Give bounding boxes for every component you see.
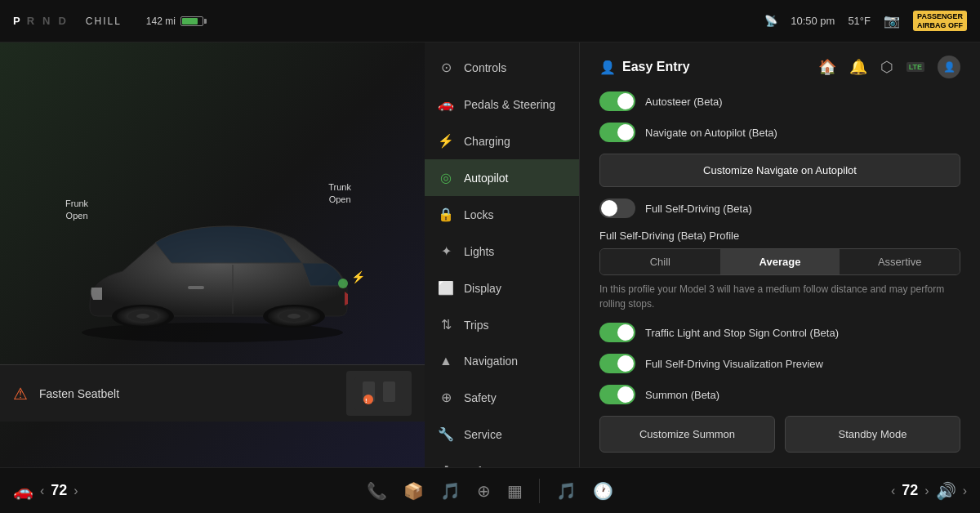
trips-icon: ⇅ — [438, 317, 454, 332]
nav-item-safety[interactable]: ⊕ Safety — [425, 379, 579, 416]
clock-icon[interactable]: 🕐 — [593, 481, 613, 501]
navigation-icon: ▲ — [438, 354, 454, 368]
fsd-visualization-row: Full Self-Driving Visualization Preview — [599, 354, 960, 373]
nav-item-locks[interactable]: 🔒 Locks — [425, 196, 579, 233]
safety-icon: ⊕ — [438, 390, 454, 405]
chill-badge: CHILL — [86, 16, 122, 27]
nav-item-charging[interactable]: ⚡ Charging — [425, 123, 579, 159]
svg-text:!: ! — [365, 397, 368, 404]
display-label: Display — [464, 282, 501, 295]
profile-section: Full Self-Driving (Beta) Profile Chill A… — [599, 230, 960, 311]
svg-point-10 — [338, 279, 348, 288]
profile-tabs: Chill Average Assertive — [599, 248, 960, 275]
car-home-icon[interactable]: 🚗 — [13, 481, 33, 501]
safety-label: Safety — [464, 391, 497, 404]
nav-item-navigation[interactable]: ▲ Navigation — [425, 343, 579, 379]
customize-navigate-button[interactable]: Customize Navigate on Autopilot — [599, 154, 960, 187]
bell-icon[interactable]: 🔔 — [849, 58, 867, 76]
locks-label: Locks — [464, 208, 494, 221]
nav-item-service[interactable]: 🔧 Service — [425, 416, 579, 453]
alert-warning-icon: ⚠ — [13, 384, 28, 404]
volume-icon[interactable]: 🔊 — [936, 481, 956, 501]
camera-icon[interactable]: 📷 — [884, 13, 900, 29]
svg-point-9 — [287, 314, 301, 319]
battery-icon — [180, 16, 203, 26]
profile-description: In this profile your Model 3 will have a… — [599, 282, 960, 311]
nav-item-controls[interactable]: ⊙ Controls — [425, 49, 579, 86]
svg-rect-13 — [354, 377, 403, 410]
charging-label: Charging — [464, 135, 510, 148]
customize-summon-button[interactable]: Customize Summon — [599, 416, 775, 453]
summon-row: Summon (Beta) — [599, 385, 960, 404]
nav-item-display[interactable]: ⬜ Display — [425, 270, 579, 306]
pedals-label: Pedals & Steering — [464, 98, 555, 111]
svg-rect-15 — [383, 381, 395, 402]
nav-item-software[interactable]: ⬇ Software — [425, 453, 579, 467]
gear-p[interactable]: P — [13, 15, 22, 27]
right-temp-up-arrow[interactable]: › — [924, 484, 929, 498]
seatbelt-alert-label: Fasten Seatbelt — [39, 387, 119, 400]
left-temp-down-arrow[interactable]: ‹ — [40, 484, 44, 498]
autopilot-icon: ◎ — [438, 170, 454, 185]
bluetooth-icon[interactable]: ⬡ — [880, 58, 893, 76]
lte-badge: LTE — [906, 62, 924, 72]
nav-item-pedals[interactable]: 🚗 Pedals & Steering — [425, 86, 579, 123]
nav-item-lights[interactable]: ✦ Lights — [425, 233, 579, 270]
nav-item-autopilot[interactable]: ◎ Autopilot — [425, 159, 579, 196]
fsd-visualization-label: Full Self-Driving Visualization Preview — [645, 358, 960, 370]
traffic-light-row: Traffic Light and Stop Sign Control (Bet… — [599, 323, 960, 342]
lights-icon: ✦ — [438, 243, 454, 259]
left-temp-up-arrow[interactable]: › — [74, 484, 78, 498]
traffic-light-toggle[interactable] — [599, 323, 635, 342]
controls-icon: ⊙ — [438, 60, 454, 75]
media-icon[interactable]: 🎵 — [440, 481, 461, 501]
car-svg: ⚡ — [57, 173, 368, 353]
content-header: 👤 Easy Entry 🏠 🔔 ⬡ LTE 👤 — [599, 56, 960, 78]
frunk-label: FrunkOpen — [65, 198, 88, 223]
fsd-visualization-toggle[interactable] — [599, 354, 635, 373]
navigate-autopilot-label: Navigate on Autopilot (Beta) — [645, 127, 960, 139]
content-title: 👤 Easy Entry — [599, 60, 690, 75]
time-display: 📡 10:50 pm 51°F 📷 PASSENGERAIRBAG OFF — [764, 11, 967, 32]
spotify-icon[interactable]: 🎵 — [556, 481, 577, 501]
lights-label: Lights — [464, 245, 494, 258]
nav-item-trips[interactable]: ⇅ Trips — [425, 306, 579, 343]
seat-preview: ! — [346, 371, 412, 416]
header-icons: 🏠 🔔 ⬡ LTE 👤 — [818, 56, 960, 78]
car-visualization-panel: FrunkOpen TrunkOpen — [0, 42, 425, 467]
navigate-autopilot-row: Navigate on Autopilot (Beta) — [599, 123, 960, 142]
autosteer-label: Autosteer (Beta) — [645, 96, 960, 108]
left-temp-display: 72 — [51, 482, 67, 499]
avatar[interactable]: 👤 — [938, 56, 960, 78]
bottom-alert: ⚠ Fasten Seatbelt ! — [0, 364, 425, 422]
navigation-label: Navigation — [464, 355, 518, 368]
fsd-row: Full Self-Driving (Beta) — [599, 199, 960, 218]
pedals-icon: 🚗 — [438, 96, 454, 112]
trunk-label: TrunkOpen — [328, 181, 351, 207]
trips-label: Trips — [464, 319, 489, 332]
grid-icon[interactable]: ▦ — [507, 481, 523, 501]
standby-mode-button[interactable]: Standby Mode — [785, 416, 960, 453]
home-icon[interactable]: 🏠 — [818, 58, 836, 76]
fsd-label: Full Self-Driving (Beta) — [645, 203, 960, 215]
profile-tab-chill[interactable]: Chill — [600, 249, 720, 274]
right-temp-down-arrow[interactable]: ‹ — [891, 484, 895, 498]
service-icon: 🔧 — [438, 426, 454, 442]
app-icon[interactable]: 📦 — [403, 481, 424, 501]
profile-tab-assertive[interactable]: Assertive — [840, 249, 960, 274]
gear-indicator[interactable]: P R N D — [13, 15, 69, 27]
bottom-actions: Customize Summon Standby Mode — [599, 416, 960, 453]
phone-icon[interactable]: 📞 — [367, 481, 387, 501]
profile-tab-average[interactable]: Average — [720, 249, 840, 274]
range-badge: 142 mi — [146, 16, 203, 27]
fsd-toggle[interactable] — [599, 199, 635, 218]
locks-icon: 🔒 — [438, 207, 454, 222]
navigate-autopilot-toggle[interactable] — [599, 123, 635, 142]
right-temp-value: 72 — [902, 482, 918, 499]
taskbar-center: 📞 📦 🎵 ⊕ ▦ 🎵 🕐 — [176, 479, 804, 503]
svg-text:⚡: ⚡ — [351, 270, 366, 284]
summon-toggle[interactable] — [599, 385, 635, 404]
volume-up-arrow[interactable]: › — [963, 484, 967, 498]
autosteer-toggle[interactable] — [599, 91, 635, 111]
apps-icon[interactable]: ⊕ — [477, 481, 491, 501]
